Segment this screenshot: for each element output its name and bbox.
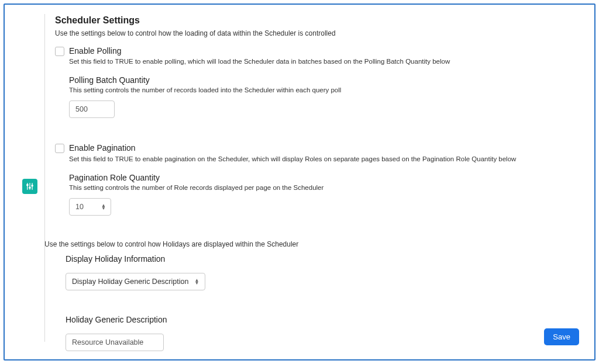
holiday-generic-label: Holiday Generic Description [66, 315, 580, 324]
display-holiday-label: Display Holiday Information [66, 254, 580, 264]
enable-polling-checkbox[interactable] [55, 47, 64, 56]
pagination-role-desc: This setting controls the number of Role… [69, 183, 580, 192]
page-title: Scheduler Settings [55, 15, 580, 26]
display-holiday-select[interactable]: Display Holiday Generic Description ▲▼ [66, 273, 205, 290]
svg-point-5 [32, 185, 33, 186]
enable-polling-desc: Set this field to TRUE to enable polling… [69, 57, 580, 66]
polling-batch-input[interactable] [69, 100, 115, 118]
enable-pagination-label: Enable Pagination [69, 143, 580, 153]
section-enable-pagination: Enable Pagination Set this field to TRUE… [55, 143, 580, 215]
display-holiday-value: Display Holiday Generic Description [72, 278, 188, 286]
stepper-icon: ▲▼ [101, 204, 106, 210]
sliders-icon [26, 182, 34, 190]
pagination-role-input[interactable]: 10 ▲▼ [69, 198, 111, 216]
pagination-role-value: 10 [75, 203, 84, 211]
holiday-generic-input[interactable] [66, 334, 164, 351]
save-button[interactable]: Save [544, 328, 579, 345]
side-panel-toggle[interactable] [22, 179, 37, 194]
pagination-role-label: Pagination Role Quantity [69, 173, 580, 182]
enable-polling-label: Enable Polling [69, 46, 580, 56]
intro-text-data: Use the settings below to control how th… [55, 29, 580, 37]
vertical-divider [44, 14, 45, 342]
svg-point-3 [27, 185, 28, 186]
enable-pagination-desc: Set this field to TRUE to enable paginat… [69, 154, 580, 164]
section-enable-polling: Enable Polling Set this field to TRUE to… [55, 46, 580, 118]
polling-batch-desc: This setting controls the number of reco… [69, 85, 580, 95]
enable-pagination-checkbox[interactable] [55, 144, 64, 153]
polling-batch-label: Polling Batch Quantity [69, 75, 580, 85]
select-arrows-icon: ▲▼ [194, 279, 199, 285]
svg-point-4 [29, 187, 30, 188]
intro-text-holiday: Use the settings below to control how Ho… [44, 240, 580, 248]
